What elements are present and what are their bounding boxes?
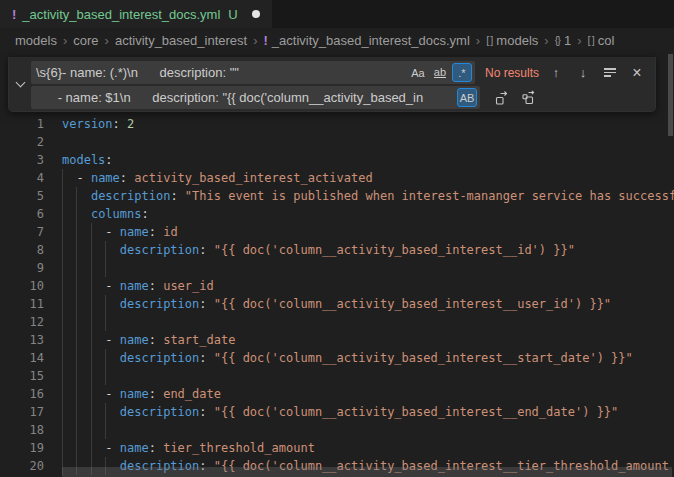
regex-toggle[interactable]: .* xyxy=(452,63,472,82)
breadcrumb-item[interactable]: core xyxy=(73,33,98,48)
horizontal-scrollbar[interactable] xyxy=(62,467,672,477)
indent-guide xyxy=(91,421,92,439)
indent-guide xyxy=(62,259,63,277)
line-number[interactable]: 5 xyxy=(0,187,44,205)
line-number[interactable]: 14 xyxy=(0,349,44,367)
line-number-gutter: 1234567891011121314151617181920 xyxy=(0,115,44,475)
indent-guide xyxy=(62,277,63,295)
indent-guide xyxy=(76,223,77,241)
code-line[interactable]: description: "{{ doc('column__activity_b… xyxy=(62,295,674,313)
indent-guide xyxy=(62,187,63,205)
breadcrumb-item[interactable]: [ ]models xyxy=(486,33,538,48)
indent-guide xyxy=(62,367,63,385)
line-number[interactable]: 15 xyxy=(0,367,44,385)
replace-row: - name: $1\n description: "{{ doc('colum… xyxy=(31,85,647,110)
match-case-icon: Aa xyxy=(411,67,424,79)
indent-guide xyxy=(76,205,77,223)
line-number[interactable]: 20 xyxy=(0,457,44,475)
code-text: description: "{{ doc('column__activity_b… xyxy=(62,405,618,419)
previous-match-button[interactable]: ↑ xyxy=(546,63,566,83)
code-line[interactable] xyxy=(62,133,674,151)
code-line[interactable] xyxy=(62,313,674,331)
indent-guide xyxy=(91,367,92,385)
line-number[interactable]: 18 xyxy=(0,421,44,439)
indent-guide xyxy=(91,223,92,241)
line-number[interactable]: 7 xyxy=(0,223,44,241)
line-number[interactable]: 6 xyxy=(0,205,44,223)
breadcrumb-item[interactable]: models xyxy=(15,33,57,48)
code-line[interactable]: columns: xyxy=(62,205,674,223)
breadcrumb-item[interactable]: !_activity_based_interest_docs.yml xyxy=(264,33,470,48)
chevron-down-icon xyxy=(15,78,25,88)
vertical-scrollbar[interactable] xyxy=(668,54,673,136)
find-replace-widget: \s{6}- name: (.*)\n description: "" Aa a… xyxy=(8,57,656,112)
preserve-case-icon: AB xyxy=(460,92,475,104)
array-symbol-icon: [ ] xyxy=(588,34,594,46)
indent-guide xyxy=(76,313,77,331)
arrow-up-icon: ↑ xyxy=(553,65,560,80)
array-symbol-icon: [ ] xyxy=(486,34,492,46)
editor-area[interactable]: 1234567891011121314151617181920 version:… xyxy=(0,52,674,477)
code-line[interactable]: - name: id xyxy=(62,223,674,241)
line-number[interactable]: 1 xyxy=(0,115,44,133)
replace-all-button[interactable] xyxy=(519,88,539,108)
next-match-button[interactable]: ↓ xyxy=(573,63,593,83)
code-line[interactable]: - name: tier_threshold_amount xyxy=(62,439,674,457)
code-line[interactable] xyxy=(62,367,674,385)
indent-guide xyxy=(76,277,77,295)
code-text: version: 2 xyxy=(62,117,134,131)
preserve-case-toggle[interactable]: AB xyxy=(457,88,477,107)
indent-guide xyxy=(105,421,106,439)
indent-guide xyxy=(76,421,77,439)
breadcrumb-item[interactable]: [ ]col xyxy=(588,33,615,48)
indent-guide xyxy=(62,205,63,223)
indent-guide xyxy=(76,241,77,259)
line-number[interactable]: 3 xyxy=(0,151,44,169)
match-case-toggle[interactable]: Aa xyxy=(408,63,428,82)
line-number[interactable]: 8 xyxy=(0,241,44,259)
code-line[interactable]: models: xyxy=(62,151,674,169)
code-line[interactable]: - name: end_date xyxy=(62,385,674,403)
code-line[interactable]: - name: start_date xyxy=(62,331,674,349)
code-line[interactable] xyxy=(62,421,674,439)
indent-guide xyxy=(76,385,77,403)
find-input[interactable]: \s{6}- name: (.*)\n description: "" Aa a… xyxy=(31,61,475,84)
code-line[interactable]: - name: user_id xyxy=(62,277,674,295)
line-number[interactable]: 16 xyxy=(0,385,44,403)
code-text: - name: tier_threshold_amount xyxy=(62,441,315,455)
breadcrumb-separator-icon: › xyxy=(577,33,581,48)
breadcrumb-label: models xyxy=(496,33,538,48)
modified-dot-icon[interactable] xyxy=(252,10,260,18)
indent-guide xyxy=(91,349,92,367)
code-line[interactable]: description: "{{ doc('column__activity_b… xyxy=(62,241,674,259)
line-number[interactable]: 9 xyxy=(0,259,44,277)
code-line[interactable]: version: 2 xyxy=(62,115,674,133)
indent-guide xyxy=(62,313,63,331)
line-number[interactable]: 13 xyxy=(0,331,44,349)
line-number[interactable]: 12 xyxy=(0,313,44,331)
close-find-widget-button[interactable]: × xyxy=(627,63,647,83)
toggle-replace-button[interactable] xyxy=(9,57,31,111)
code-line[interactable]: description: "This event is published wh… xyxy=(62,187,674,205)
code-line[interactable] xyxy=(62,259,674,277)
breadcrumb-label: _activity_based_interest_docs.yml xyxy=(272,33,470,48)
line-number[interactable]: 4 xyxy=(0,169,44,187)
code-text: models: xyxy=(62,153,113,167)
breadcrumb-item[interactable]: activity_based_interest xyxy=(115,33,247,48)
tab-active-file[interactable]: ! _activity_based_interest_docs.yml U xyxy=(0,0,272,28)
line-number[interactable]: 17 xyxy=(0,403,44,421)
line-number[interactable]: 10 xyxy=(0,277,44,295)
line-number[interactable]: 2 xyxy=(0,133,44,151)
find-in-selection-button[interactable] xyxy=(600,63,620,83)
code-line[interactable]: - name: activity_based_interest_activate… xyxy=(62,169,674,187)
code-line[interactable]: description: "{{ doc('column__activity_b… xyxy=(62,403,674,421)
breadcrumb-item[interactable]: {}1 xyxy=(555,33,572,48)
whole-word-toggle[interactable]: ab xyxy=(430,63,450,82)
replace-button[interactable] xyxy=(492,88,512,108)
replace-input[interactable]: - name: $1\n description: "{{ doc('colum… xyxy=(31,86,480,109)
line-number[interactable]: 11 xyxy=(0,295,44,313)
yaml-file-icon: ! xyxy=(264,33,268,48)
code-line[interactable]: description: "{{ doc('column__activity_b… xyxy=(62,349,674,367)
replace-value-text: - name: $1\n description: "{{ doc('colum… xyxy=(36,90,455,105)
line-number[interactable]: 19 xyxy=(0,439,44,457)
